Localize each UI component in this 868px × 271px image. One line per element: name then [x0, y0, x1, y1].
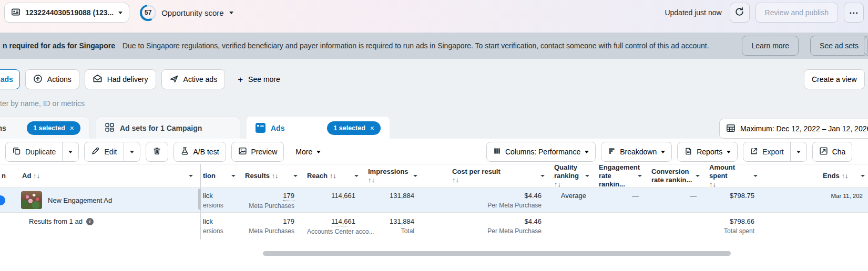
toolbar-right: Columns: Performance Breakdown R — [486, 142, 852, 162]
vertical-scrollbar-thumb[interactable] — [198, 189, 201, 210]
summary-reach-cell: 114,661 Accounts Center acco... — [301, 213, 362, 239]
chevron-down-icon[interactable] — [354, 175, 359, 177]
close-icon[interactable]: × — [70, 124, 74, 132]
ab-test-button[interactable]: A/B test — [173, 142, 226, 162]
chevron-down-icon[interactable] — [585, 175, 589, 177]
preview-button[interactable]: Preview — [231, 142, 284, 162]
delete-button[interactable] — [146, 142, 168, 162]
chevron-down-icon[interactable] — [293, 175, 298, 177]
reach-cell: 114,661 — [301, 188, 362, 212]
ends-cell: Mar 11, 202 — [761, 188, 868, 212]
conversion-header-label: Conversion — [651, 168, 696, 176]
columns-button[interactable]: Columns: Performance — [486, 142, 596, 162]
charts-label: Cha — [832, 148, 846, 156]
filter-had-delivery[interactable]: Had delivery — [85, 69, 156, 89]
summary-reach-value[interactable]: 114,661 — [331, 218, 355, 226]
opportunity-score[interactable]: 57 Opportunity score — [140, 3, 233, 23]
results-value[interactable]: 179 — [283, 192, 294, 201]
column-header-ad[interactable]: Ad ↑↓ — [16, 164, 201, 187]
attribution-sub: ersions — [203, 202, 239, 209]
create-a-view-button[interactable]: Create a view — [804, 69, 865, 89]
ad-active-toggle[interactable] — [0, 195, 5, 205]
column-header-amount-spent[interactable]: Amount spent ↑↓ — [703, 164, 761, 187]
chevron-down-icon[interactable] — [753, 175, 758, 177]
duplicate-button[interactable]: Duplicate — [6, 142, 62, 161]
banner-clipped-button[interactable] — [864, 36, 868, 56]
column-header-quality-ranking[interactable]: Quality ranking ↑↓ — [548, 164, 593, 187]
filter-all-ads[interactable]: ll ads — [0, 69, 20, 89]
chevron-down-icon[interactable] — [189, 175, 193, 177]
cost-header-sort: ↑↓ — [452, 176, 540, 184]
tab-ad-sets[interactable]: Ad sets for 1 Campaign — [96, 117, 240, 139]
column-header-off-on[interactable]: n — [0, 164, 16, 187]
refresh-button[interactable] — [730, 3, 750, 23]
banner-message: Due to Singapore regulations, verified b… — [122, 41, 709, 50]
filter-actions[interactable]: Actions — [25, 69, 79, 89]
more-options-button[interactable]: ⋯ — [844, 3, 864, 23]
summary-label: Results from 1 ad — [29, 217, 83, 225]
column-header-impressions[interactable]: Impressions ↑↓ — [362, 164, 421, 187]
charts-button[interactable]: Cha — [812, 142, 853, 162]
ad-row-selected[interactable]: New Engagement Ad lick ersions 179 Meta … — [0, 188, 868, 212]
ad-thumbnail[interactable] — [21, 191, 42, 209]
review-and-publish-button[interactable]: Review and publish — [755, 3, 838, 23]
learn-more-button[interactable]: Learn more — [742, 36, 799, 56]
see-more-filters[interactable]: + See more — [230, 69, 288, 89]
chevron-down-icon[interactable] — [861, 175, 865, 177]
summary-results-sub: Meta Purchases — [245, 227, 294, 235]
tab-campaigns[interactable]: gns 1 selected × — [0, 117, 89, 139]
column-header-results[interactable]: Results ↑↓ — [239, 164, 301, 187]
breakdown-button[interactable]: Breakdown — [601, 142, 672, 162]
learn-more-label: Learn more — [751, 41, 789, 50]
column-header-ends[interactable]: Ends ↑↓ — [761, 164, 868, 187]
date-range-selector[interactable]: Maximum: Dec 12, 2022 – Jan 12, 2026 — [719, 119, 868, 139]
chevron-down-icon — [130, 151, 134, 153]
attribution-header-label: tion — [203, 172, 231, 180]
column-header-cost-per-result[interactable]: Cost per result ↑↓ — [421, 164, 548, 187]
results-cell: 179 Meta Purchases — [239, 188, 301, 212]
filter-active-ads[interactable]: Active ads — [161, 69, 226, 89]
edit-button[interactable]: Edit — [85, 142, 123, 161]
chevron-down-icon — [661, 151, 665, 153]
ad-name[interactable]: New Engagement Ad — [48, 196, 112, 204]
column-header-attribution[interactable]: tion — [201, 164, 239, 187]
chevron-down-icon[interactable] — [231, 175, 236, 177]
chevron-down-icon[interactable] — [540, 175, 545, 177]
pencil-icon — [91, 147, 100, 157]
breakdown-label: Breakdown — [620, 148, 657, 156]
ads-selected-badge[interactable]: 1 selected × — [327, 121, 381, 135]
table-header-row: n Ad ↑↓ tion Results ↑↓ Reach ↑↓ — [0, 164, 868, 188]
chevron-down-icon[interactable] — [413, 175, 417, 177]
horizontal-scrollbar-thumb[interactable] — [263, 251, 731, 256]
amount-header-sort: ↑↓ — [709, 180, 753, 189]
column-header-conversion-rate[interactable]: Conversion rate rankin... — [645, 164, 703, 187]
results-header-label: Results ↑↓ — [245, 172, 293, 180]
see-ad-sets-button[interactable]: See ad sets — [810, 36, 868, 56]
see-more-label: See more — [248, 75, 280, 84]
trash-icon — [152, 147, 161, 157]
chevron-down-icon[interactable] — [638, 175, 642, 177]
search-filter-input[interactable]: ter by name, ID or metrics — [0, 99, 85, 108]
export-dropdown[interactable] — [790, 142, 806, 161]
tab-ads[interactable]: Ads 1 selected × — [247, 117, 390, 139]
reports-button[interactable]: Reports — [677, 142, 738, 162]
ad-account-selector[interactable]: 1232244030519088 (123... — [4, 3, 129, 23]
column-header-engagement-rate[interactable]: Engagement rate rankin... — [593, 164, 645, 187]
campaigns-selected-badge[interactable]: 1 selected × — [27, 121, 80, 135]
edit-split-button: Edit — [84, 142, 140, 162]
edit-dropdown[interactable] — [124, 142, 140, 161]
close-icon[interactable]: × — [370, 124, 374, 132]
report-document-icon — [684, 147, 692, 157]
column-header-reach[interactable]: Reach ↑↓ — [301, 164, 362, 187]
columns-label: Columns: Performance — [505, 148, 580, 156]
date-range-label: Maximum: Dec 12, 2022 – Jan 12, 2026 — [740, 124, 868, 133]
more-actions-button[interactable]: More — [289, 142, 327, 162]
duplicate-dropdown[interactable] — [62, 142, 78, 161]
info-icon[interactable]: i — [86, 218, 94, 225]
engagement-ranking-cell: — — [593, 188, 645, 212]
export-button[interactable]: Export — [743, 142, 790, 161]
score-label: Opportunity score — [161, 8, 223, 17]
chevron-down-icon[interactable] — [696, 175, 700, 177]
ads-tab-label: Ads — [271, 124, 284, 132]
summary-amount-sub: Total spent — [709, 227, 754, 235]
